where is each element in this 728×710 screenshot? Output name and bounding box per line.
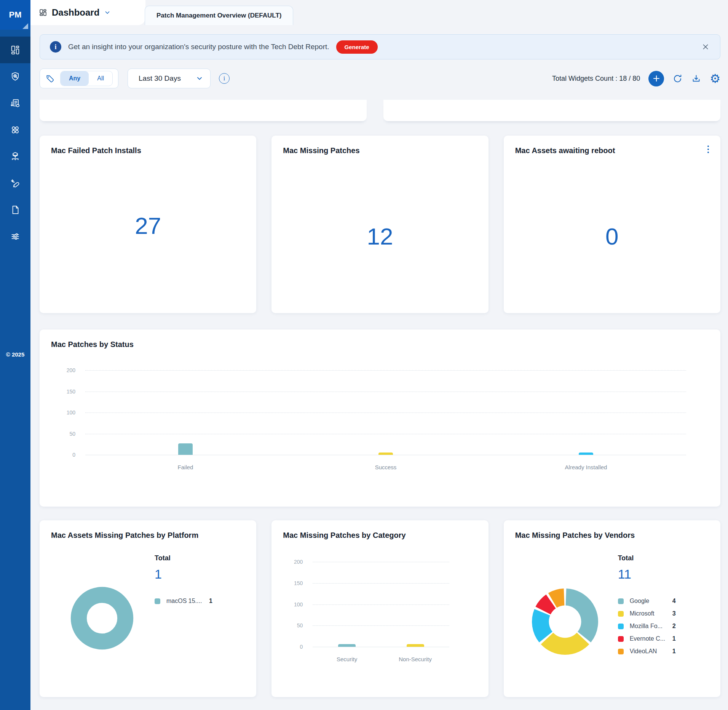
sidebar-item-dashboard[interactable]	[0, 37, 30, 63]
vendors-donut-chart[interactable]	[530, 587, 600, 656]
stat-value: 27	[51, 212, 245, 239]
close-icon	[701, 42, 710, 51]
y-tick-label: 150	[51, 388, 75, 395]
y-tick-label: 150	[283, 579, 303, 587]
donut-slice-macOS 15....[interactable]	[79, 595, 125, 641]
date-info-icon[interactable]: i	[219, 73, 230, 84]
legend-swatch	[618, 611, 624, 617]
info-icon: i	[50, 41, 61, 53]
partial-widget-card	[383, 100, 720, 121]
bar-non-security[interactable]	[407, 644, 424, 647]
shield-scan-icon	[10, 71, 21, 82]
bar-failed[interactable]	[178, 443, 193, 455]
legend-value: 3	[672, 610, 676, 617]
legend-item-videolan[interactable]: VideoLAN1	[618, 648, 676, 655]
sidebar-item-tools[interactable]	[0, 170, 30, 197]
app-logo[interactable]: PM	[0, 0, 30, 30]
sidebar-item-settings[interactable]	[0, 223, 30, 250]
total-value: 11	[618, 567, 676, 582]
legend-value: 1	[672, 648, 676, 655]
stat-value: 12	[283, 223, 477, 250]
date-range-value: Last 30 Days	[139, 74, 181, 83]
deployment-icon	[10, 151, 21, 162]
grid-line	[313, 604, 449, 605]
y-tick-label: 0	[283, 643, 303, 651]
legend-item-macos-15-[interactable]: macOS 15....1	[155, 598, 212, 604]
bar-success[interactable]	[378, 453, 393, 455]
legend-swatch	[618, 649, 624, 654]
dashboard-menu[interactable]: Dashboard	[30, 0, 145, 25]
grid-line	[313, 562, 449, 562]
donut-slice-evernote-c-[interactable]	[543, 601, 551, 611]
widget-missing-patches-by-platform: Mac Assets Missing Patches by Platform T…	[40, 520, 256, 697]
tag-filter-any[interactable]: Any	[61, 71, 89, 86]
refresh-icon	[672, 74, 683, 84]
stat-card-row: Mac Failed Patch Installs 27 Mac Missing…	[40, 136, 720, 313]
widget-title: Mac Assets Missing Patches by Platform	[51, 531, 245, 540]
settings-button[interactable]: ⚙	[710, 74, 720, 84]
widget-title: Mac Missing Patches	[283, 146, 477, 155]
sidebar-item-patches[interactable]	[0, 117, 30, 143]
tab-patch-management-overview[interactable]: Patch Management Overview (DEFAULT)	[145, 6, 293, 25]
legend-swatch	[618, 598, 624, 604]
content: i Get an insight into your organization'…	[30, 34, 728, 697]
legend-label: Evernote C...	[630, 635, 672, 642]
bar-already-installed[interactable]	[579, 453, 593, 455]
legend-item-mozilla-fo-[interactable]: Mozilla Fo...2	[618, 623, 676, 630]
tab-label: Patch Management Overview (DEFAULT)	[156, 12, 281, 19]
total-label: Total	[155, 554, 212, 562]
tag-filter: Any All	[40, 69, 118, 88]
date-range-select[interactable]: Last 30 Days	[128, 69, 211, 88]
widget-mac-patches-by-status: Mac Patches by Status 200150100500Failed…	[40, 329, 720, 507]
sidebar: PM	[0, 0, 30, 710]
bottom-widget-row: Mac Assets Missing Patches by Platform T…	[40, 520, 720, 697]
legend-item-evernote-c-[interactable]: Evernote C...1	[618, 635, 676, 642]
tag-filter-all[interactable]: All	[89, 71, 112, 86]
donut-slice-mozilla-fo-[interactable]	[540, 612, 546, 637]
total-label: Total	[618, 554, 676, 562]
dashboard-icon	[10, 45, 21, 55]
widget-title: Mac Assets awaiting reboot	[515, 146, 709, 155]
legend-swatch	[618, 636, 624, 642]
sidebar-item-threat-scan[interactable]	[0, 63, 30, 90]
donut-slice-microsoft[interactable]	[547, 638, 583, 646]
donut-side: Total 1 macOS 15....1	[155, 554, 212, 604]
widgets-count-label: Total Widgets Count : 18 / 80	[552, 75, 640, 83]
bar-security[interactable]	[338, 644, 356, 647]
widget-missing-patches-by-category: Mac Missing Patches by Category 20015010…	[271, 520, 488, 697]
platform-donut-chart[interactable]	[69, 585, 135, 651]
sidebar-item-documents[interactable]	[0, 197, 30, 223]
grid-line	[85, 455, 686, 455]
donut-body: Total 1 macOS 15....1	[51, 540, 245, 651]
legend-item-microsoft[interactable]: Microsoft3	[618, 610, 676, 617]
plus-icon	[652, 74, 661, 83]
partial-widget-row	[40, 100, 720, 121]
refresh-button[interactable]	[672, 74, 683, 84]
legend-item-google[interactable]: Google4	[618, 598, 676, 604]
y-tick-label: 100	[51, 409, 75, 416]
add-widget-button[interactable]	[648, 71, 664, 86]
download-icon	[691, 74, 701, 84]
banner-close-button[interactable]	[701, 42, 710, 51]
download-button[interactable]	[691, 74, 701, 84]
sidebar-item-report-deploy[interactable]	[0, 90, 30, 117]
donut-slice-videolan[interactable]	[552, 597, 564, 600]
total-value: 1	[155, 567, 212, 582]
copyright-text: © 2025	[0, 351, 30, 358]
dashboard-grid-icon	[39, 8, 47, 17]
x-category-label: Failed	[140, 464, 231, 470]
generate-button[interactable]: Generate	[336, 40, 378, 54]
patch-icon	[10, 125, 21, 135]
widget-mac-missing-patches: Mac Missing Patches 12	[271, 136, 488, 313]
status-bar-chart: 200150100500FailedSuccessAlready Install…	[51, 370, 709, 492]
widget-mac-assets-awaiting-reboot: Mac Assets awaiting reboot 0	[504, 136, 720, 313]
widget-title: Mac Patches by Status	[51, 340, 709, 349]
donut-body: Total 11 Google4Microsoft3Mozilla Fo...2…	[515, 540, 709, 656]
widget-menu-button[interactable]	[706, 144, 710, 155]
x-category-label: Already Installed	[540, 464, 632, 470]
grid-line	[313, 625, 449, 626]
donut-slice-google[interactable]	[566, 597, 589, 637]
app-logo-text: PM	[9, 10, 22, 20]
y-tick-label: 50	[283, 622, 303, 629]
sidebar-item-deployment[interactable]	[0, 143, 30, 170]
